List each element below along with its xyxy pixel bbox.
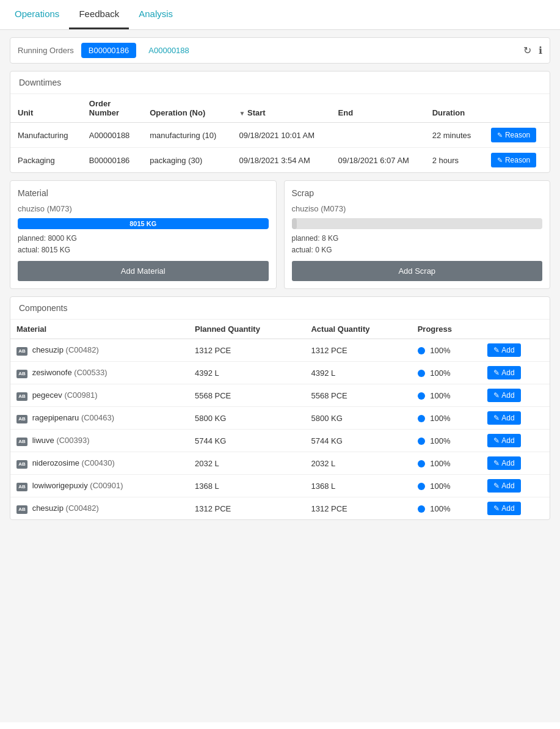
comp-code: (C00430) [82, 458, 115, 467]
tab-bar: Operations Feedback Analysis [0, 0, 560, 30]
dt-reason-cell: ✎ Reason [484, 123, 550, 148]
order-btn-b00000186[interactable]: B00000186 [81, 43, 137, 58]
component-row: AB chesuzip (C00482) 1312 PCE 1312 PCE 1… [10, 339, 550, 362]
ab-icon: AB [16, 415, 27, 423]
reason-button[interactable]: ✎ Reason [491, 128, 536, 142]
ab-icon: AB [16, 370, 27, 378]
comp-action-cell: ✎ Add [481, 362, 550, 384]
downtimes-table: Unit OrderNumber Operation (No) ▼ Start … [10, 94, 550, 172]
add-component-button[interactable]: ✎ Add [487, 434, 520, 447]
comp-col-planned: Planned Quantity [189, 320, 305, 339]
running-orders-card: Running Orders B00000186 A00000188 ↻ ℹ [10, 37, 550, 64]
material-progress-bar-container: 8015 KG [18, 218, 269, 229]
add-component-button[interactable]: ✎ Add [487, 456, 520, 470]
components-table: Material Planned Quantity Actual Quantit… [10, 320, 550, 519]
comp-name: zesiwonofe [32, 368, 72, 377]
downtime-row: Packaging B00000186 packaging (30) 09/18… [10, 148, 550, 173]
comp-material: AB liwuve (C00393) [10, 430, 189, 452]
scrap-progress-bar-fill [292, 218, 297, 229]
col-duration: Duration [425, 94, 484, 123]
add-icon: ✎ [493, 414, 500, 422]
comp-code: (C00901) [90, 481, 123, 490]
add-component-button[interactable]: ✎ Add [487, 389, 520, 402]
add-label: Add [501, 368, 514, 377]
comp-name: liwuve [32, 436, 54, 445]
add-component-button[interactable]: ✎ Add [487, 502, 520, 515]
comp-actual-qty: 2032 L [305, 452, 411, 475]
comp-name: lowiworigepuxiy [32, 481, 88, 490]
add-label: Add [501, 482, 514, 490]
comp-progress: 100% [412, 339, 482, 362]
component-row: AB niderozosime (C00430) 2032 L 2032 L 1… [10, 452, 550, 475]
add-component-button[interactable]: ✎ Add [487, 479, 520, 493]
add-component-button[interactable]: ✎ Add [487, 343, 520, 357]
reason-label: Reason [505, 156, 530, 164]
comp-progress: 100% [412, 384, 482, 407]
add-scrap-button[interactable]: Add Scrap [292, 261, 543, 281]
dt-unit: Manufacturing [10, 123, 82, 148]
comp-col-material: Material [10, 320, 189, 339]
dt-operation: manufacturing (10) [142, 123, 231, 148]
add-label: Add [501, 391, 514, 400]
comp-material: AB chesuzip (C00482) [10, 497, 189, 520]
scrap-item-name: chuziso (M073) [292, 204, 543, 213]
downtimes-label: Downtimes [10, 71, 550, 94]
comp-action-cell: ✎ Add [481, 475, 550, 497]
comp-actual-qty: 4392 L [305, 362, 411, 384]
info-icon[interactable]: ℹ [539, 45, 542, 56]
ab-icon: AB [16, 438, 27, 446]
reason-button[interactable]: ✎ Reason [491, 153, 536, 167]
tab-operations[interactable]: Operations [5, 0, 69, 29]
add-icon: ✎ [493, 346, 500, 354]
add-icon: ✎ [493, 482, 500, 490]
refresh-icon[interactable]: ↻ [523, 45, 531, 56]
comp-code: (C00393) [56, 436, 89, 445]
comp-col-action [481, 320, 550, 339]
comp-material: AB lowiworigepuxiy (C00901) [10, 475, 189, 497]
material-section: Material chuziso (M073) 8015 KG planned:… [10, 180, 277, 289]
comp-actual-qty: 1312 PCE [305, 339, 411, 362]
component-row: AB ragepipenaru (C00463) 5800 KG 5800 KG… [10, 407, 550, 430]
tab-analysis[interactable]: Analysis [129, 0, 183, 29]
dt-duration: 2 hours [425, 148, 484, 173]
comp-progress: 100% [412, 430, 482, 452]
order-btn-a00000188[interactable]: A00000188 [141, 43, 197, 58]
col-unit: Unit [10, 94, 82, 123]
comp-planned-qty: 4392 L [189, 362, 305, 384]
progress-value: 100% [430, 346, 450, 355]
comp-progress: 100% [412, 452, 482, 475]
add-component-button[interactable]: ✎ Add [487, 411, 520, 425]
comp-material: AB ragepipenaru (C00463) [10, 407, 189, 430]
add-material-button[interactable]: Add Material [18, 261, 269, 281]
add-component-button[interactable]: ✎ Add [487, 366, 520, 379]
comp-action-cell: ✎ Add [481, 339, 550, 362]
comp-col-actual: Actual Quantity [305, 320, 411, 339]
add-icon: ✎ [493, 391, 500, 400]
component-row: AB lowiworigepuxiy (C00901) 1368 L 1368 … [10, 475, 550, 497]
components-card: Components Material Planned Quantity Act… [10, 296, 550, 520]
add-icon: ✎ [493, 459, 500, 467]
running-orders-bar: Running Orders B00000186 A00000188 ↻ ℹ [10, 38, 550, 63]
progress-value: 100% [430, 459, 450, 468]
dt-end [331, 123, 425, 148]
col-end: End [331, 94, 425, 123]
dt-reason-cell: ✎ Reason [484, 148, 550, 173]
dt-duration: 22 minutes [425, 123, 484, 148]
components-table-wrap[interactable]: Material Planned Quantity Actual Quantit… [10, 320, 550, 519]
add-label: Add [501, 504, 514, 513]
downtimes-card: Downtimes Unit OrderNumber Operation (No… [10, 71, 550, 173]
progress-value: 100% [430, 391, 450, 400]
dt-end: 09/18/2021 6:07 AM [331, 148, 425, 173]
comp-material: AB pegecev (C00981) [10, 384, 189, 407]
comp-name: pegecev [32, 390, 62, 400]
col-reason-header [484, 94, 550, 123]
col-start: ▼ Start [231, 94, 330, 123]
tab-feedback[interactable]: Feedback [69, 0, 129, 29]
comp-planned-qty: 5568 PCE [189, 384, 305, 407]
comp-action-cell: ✎ Add [481, 497, 550, 520]
comp-planned-qty: 1312 PCE [189, 339, 305, 362]
comp-name: chesuzip [32, 504, 64, 513]
scrap-section: Scrap chuziso (M073) planned: 8 KG actua… [284, 180, 551, 289]
component-row: AB pegecev (C00981) 5568 PCE 5568 PCE 10… [10, 384, 550, 407]
comp-code: (C00981) [64, 390, 97, 400]
